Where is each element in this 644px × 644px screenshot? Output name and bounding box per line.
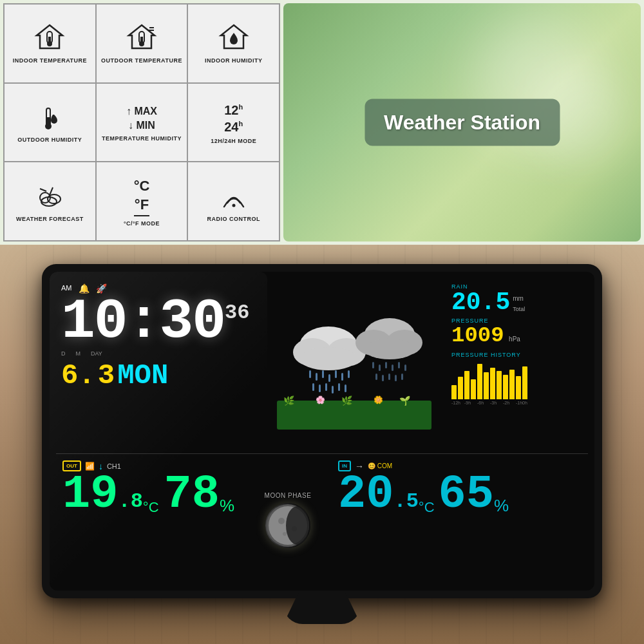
cf-mode-label: °C/°F MODE xyxy=(124,220,160,227)
outdoor-humidity-value: 78 xyxy=(164,474,220,516)
screen-lower: OUT 📶 ↓ CH1 19.8 °C 78 xyxy=(56,455,588,584)
svg-point-58 xyxy=(278,518,285,524)
svg-rect-36 xyxy=(335,370,337,378)
chart-bar xyxy=(497,371,502,399)
pressure-row: 1009 hPa xyxy=(451,325,583,346)
rain-value: 20.5 xyxy=(451,290,510,315)
radio-control-icon xyxy=(218,182,250,213)
screen-divider xyxy=(56,453,588,454)
svg-point-31 xyxy=(364,339,415,359)
indoor-section: IN → 😊 COM 20.5 °C 65 % xyxy=(333,455,588,584)
svg-rect-46 xyxy=(379,365,381,371)
svg-rect-38 xyxy=(348,370,350,378)
svg-rect-49 xyxy=(398,362,400,368)
svg-text:🌿: 🌿 xyxy=(341,395,353,406)
chart-time-label xyxy=(471,401,476,405)
time-display: 10:30 xyxy=(61,295,225,349)
chart-bar xyxy=(471,379,476,399)
chart-time-label xyxy=(484,401,489,405)
chart-bar xyxy=(509,370,515,399)
indoor-humidity-icon xyxy=(218,24,250,55)
indoor-temp-label: INDOOR TEMPERATURE xyxy=(13,57,87,64)
rain-row: 20.5 mm Total xyxy=(451,290,583,315)
indoor-humidity-container: 65 % xyxy=(439,474,509,516)
right-panel: RAIN 20.5 mm Total PRESSURE xyxy=(446,278,588,452)
chart-time-label: -2h xyxy=(503,401,508,405)
moon-label: MOON PHASE xyxy=(265,492,312,499)
chart-time-label: -6h xyxy=(477,401,482,405)
svg-rect-33 xyxy=(316,373,317,381)
feature-weather-forecast: WEATHER FORECAST xyxy=(5,162,95,240)
top-section: INDOOR TEMPERATURE OUTDOOR TEMPERATURE xyxy=(0,0,644,245)
rain-section: RAIN 20.5 mm Total xyxy=(451,283,583,315)
date-day: 6. xyxy=(61,359,95,392)
indoor-temp-unit: °C xyxy=(419,499,435,516)
chart-bar xyxy=(464,371,469,399)
indoor-humidity-value: 65 xyxy=(439,474,494,516)
svg-rect-44 xyxy=(345,384,346,392)
chart-bar xyxy=(503,375,508,400)
svg-text:🌼: 🌼 xyxy=(374,395,383,404)
device-stand xyxy=(283,592,361,624)
svg-rect-47 xyxy=(385,362,387,368)
date-dow: MON xyxy=(117,359,168,392)
colon: : xyxy=(127,290,160,354)
svg-rect-55 xyxy=(401,374,403,380)
feature-outdoor-temp: OUTDOOR TEMPERATURE xyxy=(97,5,187,82)
indoor-temp-value: 20.5 xyxy=(338,474,419,516)
time-mode-label: 12H/24H MODE xyxy=(211,138,256,144)
indoor-humidity-label: INDOOR HUMIDITY xyxy=(205,57,263,64)
outdoor-temp-decimal: .8 xyxy=(118,489,142,513)
svg-point-61 xyxy=(286,506,309,545)
indoor-values: 20.5 °C 65 % xyxy=(338,474,583,516)
outdoor-section: OUT 📶 ↓ CH1 19.8 °C 78 xyxy=(56,455,243,584)
svg-rect-53 xyxy=(388,374,390,380)
indoor-temp-decimal: .5 xyxy=(393,489,418,513)
chart-labels: -12h-9h-6h-3h-2h-1h0h xyxy=(451,401,583,405)
outdoor-temp-icon xyxy=(126,24,158,55)
moon-visual xyxy=(265,503,310,548)
outdoor-humidity-container: 78 % xyxy=(164,474,235,516)
svg-rect-3 xyxy=(48,37,51,44)
feature-indoor-temp: INDOOR TEMPERATURE xyxy=(5,5,95,82)
hours: 10 xyxy=(61,290,127,354)
feature-indoor-humidity: INDOOR HUMIDITY xyxy=(188,5,279,82)
pressure-history-label: PRESSURE HISTORY xyxy=(451,352,583,358)
chart-bar xyxy=(484,372,489,399)
chart-bar xyxy=(516,376,521,399)
feature-outdoor-humidity: OUTDOOR HUMIDITY xyxy=(5,84,95,162)
svg-text:🌸: 🌸 xyxy=(316,395,325,404)
right-background: Weather Station xyxy=(283,3,641,242)
outdoor-humidity-label: OUTDOOR HUMIDITY xyxy=(17,137,82,143)
cf-mode-icon: °C°F xyxy=(134,177,150,216)
indoor-temp-container: 20.5 °C xyxy=(338,474,435,516)
time-date-area: AM 🔔 🚀 10:30 36 D M DAY xyxy=(56,278,262,452)
svg-text:🌱: 🌱 xyxy=(399,395,411,406)
feature-temp-range: ↑ MAX↓ MIN TEMPERATURE HUMIDITY xyxy=(97,84,187,162)
time-mode-icon: 12h24h xyxy=(224,102,243,135)
seconds-display: 36 xyxy=(225,303,249,323)
svg-rect-50 xyxy=(404,365,406,371)
weather-svg: 🌿 🌸 🌿 🌼 🌱 xyxy=(277,301,431,430)
date-month: 3 xyxy=(98,359,115,392)
chart-bar xyxy=(490,368,495,400)
outdoor-temp-digits: 19 xyxy=(62,468,118,521)
moon-section: MOON PHASE xyxy=(243,455,333,584)
chart-time-label: -1h xyxy=(516,401,521,405)
svg-rect-41 xyxy=(325,383,327,391)
feature-radio-control: RADIO CONTROL xyxy=(188,162,279,240)
weather-station-title: Weather Station xyxy=(365,99,560,146)
outdoor-humidity-unit: % xyxy=(220,496,234,516)
svg-rect-13 xyxy=(47,117,50,126)
svg-rect-43 xyxy=(338,383,340,391)
indoor-humidity-unit: % xyxy=(494,496,509,516)
chart-time-label xyxy=(458,401,463,405)
svg-rect-37 xyxy=(341,373,343,381)
screen-upper: AM 🔔 🚀 10:30 36 D M DAY xyxy=(56,278,588,452)
pressure-value: 1009 xyxy=(451,323,504,348)
svg-rect-34 xyxy=(322,370,324,378)
indoor-temp-icon xyxy=(33,24,66,55)
minutes: 30 xyxy=(159,290,225,354)
svg-rect-35 xyxy=(328,374,330,382)
svg-rect-45 xyxy=(372,362,374,368)
